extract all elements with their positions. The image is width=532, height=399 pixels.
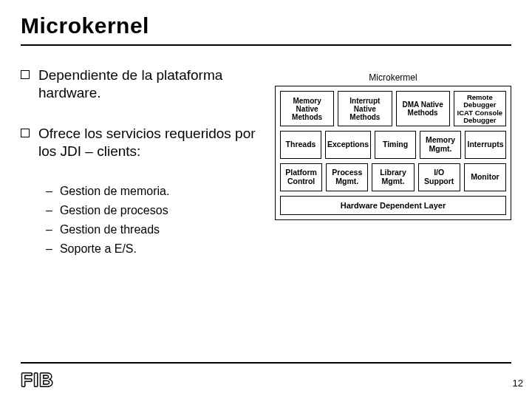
diagram-subcell: ICAT Console Debugger bbox=[455, 109, 505, 124]
sub-bullet-item: – Gestion de threads bbox=[46, 221, 262, 239]
diagram-row: Platform Control Process Mgmt. Library M… bbox=[280, 163, 506, 191]
diagram-cell: DMA Native Methods bbox=[396, 91, 450, 126]
dash-icon: – bbox=[46, 240, 52, 258]
dash-icon: – bbox=[46, 183, 52, 200]
dash-icon: – bbox=[46, 202, 52, 219]
diagram-cell: Interrupt Native Methods bbox=[338, 91, 392, 126]
diagram-cell: Platform Control bbox=[280, 163, 322, 191]
sub-bullet-text: Gestion de memoria. bbox=[60, 183, 170, 200]
sub-bullet-text: Gestion de procesos bbox=[60, 202, 168, 219]
diagram-row: Memory Native Methods Interrupt Native M… bbox=[280, 91, 506, 126]
diagram-row: Threads Exceptions Timing Memory Mgmt. I… bbox=[280, 131, 506, 159]
diagram-cell-stack: Remote Debugger ICAT Console Debugger bbox=[454, 91, 506, 126]
footer-divider bbox=[21, 362, 511, 364]
content-area: Dependiente de la plataforma hardware. O… bbox=[21, 66, 511, 259]
diagram-cell: Memory Native Methods bbox=[280, 91, 334, 126]
sub-bullet-text: Gestion de threads bbox=[60, 221, 160, 239]
sub-bullet-text: Soporte a E/S. bbox=[60, 240, 137, 258]
square-bullet-icon bbox=[21, 129, 30, 137]
square-bullet-icon bbox=[21, 70, 30, 79]
bullet-item: Dependiente de la plataforma hardware. bbox=[21, 66, 262, 103]
diagram-cell: Memory Mgmt. bbox=[420, 131, 461, 159]
dash-icon: – bbox=[46, 221, 52, 239]
diagram-cell: Interrupts bbox=[465, 131, 506, 159]
sub-bullet-list: – Gestion de memoria. – Gestion de proce… bbox=[46, 183, 262, 258]
sub-bullet-item: – Soporte a E/S. bbox=[46, 240, 262, 258]
page-number: 12 bbox=[513, 378, 523, 389]
diagram-cell: Exceptions bbox=[325, 131, 371, 159]
microkernel-diagram: Memory Native Methods Interrupt Native M… bbox=[275, 86, 511, 220]
sub-bullet-item: – Gestion de procesos bbox=[46, 202, 262, 219]
diagram-cell: Process Mgmt. bbox=[326, 163, 368, 191]
diagram-title: Microkermel bbox=[275, 72, 511, 83]
bullet-text: Dependiente de la plataforma hardware. bbox=[38, 66, 262, 103]
diagram-cell: Threads bbox=[280, 131, 321, 159]
bullet-list: Dependiente de la plataforma hardware. O… bbox=[21, 66, 262, 259]
diagram-cell: Timing bbox=[375, 131, 416, 159]
diagram-hdl-cell: Hardware Dependent Layer bbox=[280, 196, 506, 215]
diagram-subcell: Remote Debugger bbox=[455, 94, 505, 109]
diagram-cell: I/O Support bbox=[418, 163, 460, 191]
diagram-cell: Monitor bbox=[464, 163, 506, 191]
sub-bullet-item: – Gestion de memoria. bbox=[46, 183, 262, 200]
diagram-cell: Library Mgmt. bbox=[372, 163, 414, 191]
diagram-area: Microkermel Memory Native Methods Interr… bbox=[275, 66, 511, 259]
bullet-item: Ofrece los servicios requeridos por los … bbox=[21, 125, 262, 161]
title-divider bbox=[21, 44, 511, 46]
fib-logo: FIB bbox=[21, 369, 54, 392]
bullet-text: Ofrece los servicios requeridos por los … bbox=[38, 125, 262, 161]
page-title: Microkernel bbox=[21, 13, 511, 38]
